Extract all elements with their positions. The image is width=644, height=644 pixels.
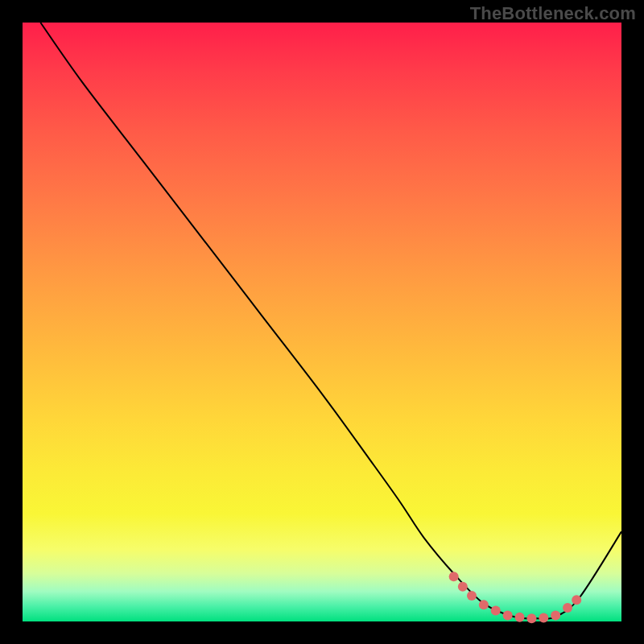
chart-frame: TheBottleneck.com: [0, 0, 644, 644]
valley-marker: [515, 613, 525, 622]
valley-marker: [551, 611, 560, 621]
valley-marker: [458, 582, 468, 592]
valley-marker: [467, 591, 477, 601]
valley-marker: [526, 613, 536, 623]
valley-marker: [539, 613, 548, 623]
valley-marker: [491, 606, 501, 616]
valley-marker: [563, 603, 572, 613]
valley-marker: [572, 595, 581, 605]
valley-marker: [503, 611, 513, 621]
curve-svg: [23, 23, 621, 621]
watermark-text: TheBottleneck.com: [470, 3, 636, 24]
bottleneck-curve: [40, 23, 621, 619]
valley-marker: [449, 572, 459, 581]
plot-area: [23, 23, 621, 621]
valley-marker: [479, 600, 489, 609]
